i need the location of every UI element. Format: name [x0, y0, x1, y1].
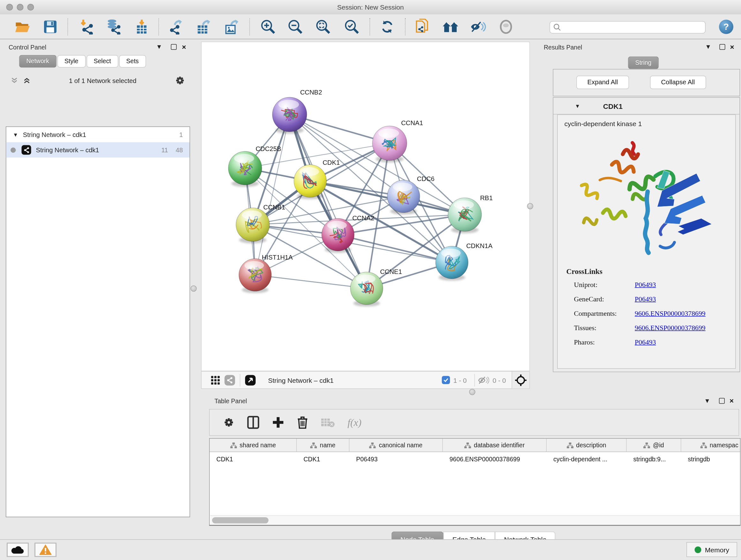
selected-checkbox-icon[interactable]: [442, 376, 450, 384]
crosslink-link[interactable]: 9606.ENSP00000378699: [635, 324, 705, 332]
table-cell[interactable]: stringdb: [681, 452, 741, 465]
two-houses-icon: [442, 20, 459, 34]
help-button[interactable]: ?: [719, 20, 733, 34]
table-options-gear-icon[interactable]: [223, 417, 234, 428]
import-network-file-button[interactable]: [78, 19, 95, 35]
network-row-selected[interactable]: String Network – cdk1 11 48: [6, 142, 190, 158]
network-node-HIST1H1A[interactable]: HIST1H1A: [239, 254, 293, 293]
network-node-CCNA1[interactable]: CCNA1: [373, 119, 423, 163]
table-cell[interactable]: CDK1: [297, 452, 349, 465]
control-panel-float-icon[interactable]: [171, 44, 177, 51]
crosslink-link[interactable]: 9606.ENSP00000378699: [635, 309, 705, 318]
table-horizontal-scrollbar[interactable]: [210, 515, 740, 525]
tab-sets[interactable]: Sets: [119, 55, 146, 68]
results-panel: Results Panel ▼ × String Expand All Coll…: [530, 39, 741, 389]
network-node-CDC6[interactable]: CDC6: [387, 175, 434, 214]
grid-view-button[interactable]: [208, 374, 223, 386]
table-cell[interactable]: P06493: [349, 452, 443, 465]
export-network-button[interactable]: [167, 19, 185, 35]
column-header-database-identifier[interactable]: database identifier: [443, 439, 547, 452]
control-panel-close-icon[interactable]: ×: [182, 43, 186, 51]
export-table-button[interactable]: [195, 19, 212, 35]
network-tree: ▼ String Network – cdk1 1 String Network…: [6, 126, 190, 517]
eye-button[interactable]: [497, 19, 515, 35]
tab-network[interactable]: Network: [19, 55, 57, 68]
column-header-@id[interactable]: @id: [627, 439, 681, 452]
save-session-icon: [44, 20, 57, 34]
hidden-eye-icon[interactable]: [478, 376, 489, 384]
table-header-row[interactable]: shared namenamecanonical namedatabase id…: [210, 439, 740, 452]
scrollbar-thumb[interactable]: [212, 517, 269, 523]
search-input[interactable]: [549, 21, 705, 34]
results-panel-float-icon[interactable]: [720, 44, 725, 51]
open-session-button[interactable]: [14, 19, 31, 35]
left-splitter[interactable]: [187, 39, 201, 540]
table-cell[interactable]: stringdb:9...: [627, 452, 681, 465]
network-collection-row[interactable]: ▼ String Network – cdk1 1: [6, 127, 190, 142]
zoom-fit-button[interactable]: [315, 19, 332, 35]
tree-expand-icon[interactable]: ▼: [13, 132, 18, 138]
table-panel-close-icon[interactable]: ×: [730, 396, 734, 405]
eye-slash-button[interactable]: [470, 19, 487, 35]
table-cell[interactable]: cyclin-dependent ...: [547, 452, 627, 465]
delete-column-icon[interactable]: [297, 416, 308, 429]
tab-select[interactable]: Select: [86, 55, 118, 68]
network-node-RB1[interactable]: RB1: [448, 194, 493, 233]
left-splitter-handle[interactable]: [191, 286, 197, 292]
table-cell[interactable]: CDK1: [210, 452, 297, 465]
expand-all-tree-icon[interactable]: [23, 77, 30, 84]
import-network-database-button[interactable]: [105, 19, 122, 35]
birdseye-view-button[interactable]: [512, 372, 530, 388]
string-network-icon: [22, 145, 31, 155]
string-style-button[interactable]: [223, 374, 237, 386]
tab-string[interactable]: String: [628, 57, 659, 69]
crosslinks-title: CrossLinks: [566, 267, 736, 276]
network-node-CCNB2[interactable]: CCNB2: [273, 89, 322, 134]
column-header-namespac[interactable]: namespac: [681, 439, 741, 452]
table-panel-collapse-icon[interactable]: ▼: [704, 397, 711, 405]
crosslink-link[interactable]: P06493: [635, 338, 656, 347]
zoom-out-button[interactable]: [287, 19, 304, 35]
crosslink-link[interactable]: P06493: [635, 295, 656, 303]
refresh-button[interactable]: [379, 19, 396, 35]
network-options-gear-icon[interactable]: [175, 75, 185, 86]
column-header-name[interactable]: name: [297, 439, 349, 452]
crosslink-row: Uniprot:P06493: [574, 281, 736, 289]
crosslink-link[interactable]: P06493: [635, 281, 656, 289]
zoom-selected-button[interactable]: [343, 19, 360, 35]
table-cell[interactable]: 9606.ENSP00000378699: [443, 452, 547, 465]
memory-button[interactable]: Memory: [686, 542, 737, 557]
collection-count: 1: [179, 131, 183, 138]
column-header-shared-name[interactable]: shared name: [210, 439, 297, 452]
collapse-all-tree-icon[interactable]: [10, 77, 18, 84]
entry-collapse-icon[interactable]: ▼: [575, 103, 580, 109]
share-icon: [225, 375, 235, 385]
save-session-button[interactable]: [42, 19, 59, 35]
column-header-canonical-name[interactable]: canonical name: [349, 439, 443, 452]
results-panel-close-icon[interactable]: ×: [730, 43, 734, 51]
open-in-browser-button[interactable]: [243, 374, 258, 386]
table-row[interactable]: CDK1CDK1P064939606.ENSP00000378699cyclin…: [210, 452, 740, 465]
automation-cloud-button[interactable]: [7, 543, 29, 557]
column-header-description[interactable]: description: [547, 439, 627, 452]
add-column-icon[interactable]: [272, 416, 284, 429]
entry-header[interactable]: ▼ CDK1: [553, 98, 740, 115]
tab-style[interactable]: Style: [57, 55, 85, 68]
two-houses-button[interactable]: [442, 19, 459, 35]
crosslink-label: Compartments:: [574, 309, 635, 318]
export-image-button[interactable]: [223, 19, 240, 35]
network-node-CDKN1A[interactable]: CDKN1A: [435, 242, 493, 281]
network-canvas[interactable]: CCNB2CCNA1CDC25BCDK1CDC6RB1CCNB1CCNA2CDK…: [201, 42, 530, 371]
control-panel-collapse-icon[interactable]: ▼: [156, 43, 162, 51]
select-columns-icon[interactable]: [247, 416, 259, 429]
network-view-toolbar: String Network – cdk1 1 - 0 0 - 0: [201, 371, 530, 389]
import-table-button[interactable]: [133, 19, 150, 35]
table-panel-float-icon[interactable]: [719, 398, 725, 406]
warnings-button[interactable]: [35, 543, 57, 557]
collapse-all-button[interactable]: Collapse All: [650, 76, 706, 89]
zoom-in-button[interactable]: [259, 19, 277, 35]
window-title: Session: New Session: [0, 0, 741, 14]
results-panel-collapse-icon[interactable]: ▼: [705, 43, 711, 51]
copy-network-button[interactable]: [414, 19, 431, 35]
expand-all-button[interactable]: Expand All: [576, 76, 629, 89]
